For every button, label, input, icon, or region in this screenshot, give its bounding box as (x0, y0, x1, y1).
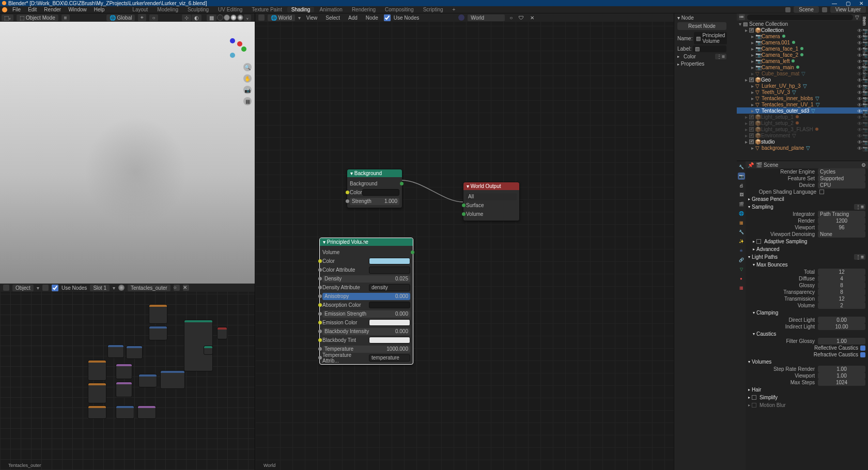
preset-menu-icon[interactable]: ⋮≡ (854, 204, 865, 210)
material-ball-icon[interactable] (118, 285, 125, 291)
shading-matprev-icon[interactable] (230, 14, 237, 21)
camera-icon[interactable]: 📷 (862, 127, 866, 131)
camera-icon[interactable]: 📷 (862, 28, 866, 32)
workspace-tab-shading[interactable]: Shading (287, 7, 315, 12)
outliner-item[interactable]: ▸✓📦Collection👁📷 (737, 27, 868, 33)
eye-icon[interactable]: 👁 (857, 139, 861, 144)
osl-checkbox[interactable] (819, 190, 824, 194)
eye-icon[interactable]: 👁 (857, 133, 861, 137)
options-icon[interactable]: ⚙ (861, 162, 866, 168)
input-socket[interactable] (318, 259, 322, 263)
window-minimize-button[interactable]: — (830, 1, 839, 6)
3d-viewport[interactable]: ⬚ᵥ ⬚ Object Mode ≡ 🌐 Global ⌖ ○ ⊹ ◐ ▦ (0, 13, 255, 284)
node-background[interactable]: ▾ Background Background Color Strength1.… (347, 169, 402, 208)
eye-icon[interactable]: 👁 (857, 34, 861, 38)
eye-icon[interactable]: 👁 (857, 121, 861, 125)
section-volumes[interactable]: Volumes (752, 359, 771, 365)
material-node-editor[interactable]: Object ▾ Use Nodes Slot 1 ▾ Tentacles_ou… (0, 284, 255, 470)
scene-selector[interactable]: Scene (794, 6, 818, 13)
ptab-material[interactable]: ● (738, 275, 745, 282)
color-swatch[interactable] (369, 258, 410, 264)
bounce-field[interactable]: 12 (818, 269, 865, 275)
menu-file[interactable]: File (9, 7, 24, 12)
number-field[interactable]: Blackbody Intensity0.000 (322, 328, 410, 335)
section-adaptive[interactable]: Adaptive Sampling (764, 239, 807, 244)
camera-icon[interactable]: 📷 (862, 108, 866, 113)
pivot-dropdown[interactable]: ≡ (61, 14, 70, 21)
new-material-button[interactable]: ○ (174, 285, 180, 291)
section-sampling[interactable]: Sampling (752, 204, 773, 210)
section-simplify[interactable]: Simplify (760, 395, 778, 400)
camera-icon[interactable]: 📷 (862, 146, 866, 150)
zoom-icon[interactable]: 🔍 (243, 63, 252, 71)
axis-x-icon[interactable] (237, 41, 242, 46)
menu-view[interactable]: View (304, 15, 320, 21)
viewport-denoising-dropdown[interactable]: None (818, 231, 865, 238)
bounce-field[interactable]: 8 (818, 282, 865, 289)
input-socket[interactable] (318, 312, 322, 316)
proportional-icon[interactable]: ○ (149, 14, 158, 21)
world-shader-editor[interactable]: 🌐 World ▾ View Select Add Node Use Nodes… (255, 13, 674, 470)
filter-glossy-field[interactable]: 1.00 (818, 338, 865, 344)
shader-type-selector[interactable]: 🌐 World (268, 14, 295, 21)
camera-icon[interactable]: 📷 (862, 40, 866, 44)
menu-help[interactable]: Help (91, 7, 108, 12)
use-nodes-checkbox[interactable] (52, 285, 58, 291)
outliner-item[interactable]: ▸📷Camera.001👁📷 (737, 39, 868, 45)
shader-type-selector[interactable]: Object (12, 285, 34, 291)
outliner-item[interactable]: ▸✓📦Light_setup_2👁📷 (737, 120, 868, 126)
world-datablock-icon[interactable] (458, 14, 464, 21)
camera-icon[interactable]: 📷 (243, 86, 252, 94)
render-engine-dropdown[interactable]: Cycles (818, 168, 865, 175)
fake-user-button[interactable]: 🛡 (517, 15, 525, 21)
pin-icon[interactable]: 📌 (748, 162, 754, 168)
new-world-button[interactable]: ○ (508, 15, 514, 21)
eye-icon[interactable]: 👁 (857, 65, 861, 69)
eye-icon[interactable]: 👁 (857, 146, 861, 150)
menu-render[interactable]: Render (41, 7, 64, 12)
outliner[interactable]: ≔ ▽ ▢ ▾▤ Scene Collection ▸✓📦Collection👁… (737, 13, 868, 161)
visibility-checkbox[interactable]: ✓ (749, 121, 754, 126)
node-name-input[interactable]: ▧Principled Volume (694, 32, 727, 44)
camera-icon[interactable]: 📷 (862, 133, 866, 137)
ptab-tool[interactable]: 🔧 (738, 163, 745, 170)
number-field[interactable]: Anisotropy0.000 (322, 293, 410, 300)
snap-icon[interactable]: ⌖ (138, 14, 146, 21)
workspace-tab-layout[interactable]: Layout (128, 7, 152, 12)
outliner-item[interactable]: ▸▽Lurker_UV_hp_3▽👁📷 (737, 83, 868, 89)
visibility-checkbox[interactable]: ✓ (749, 115, 754, 119)
editor-type-icon[interactable]: ≔ (739, 14, 745, 20)
section-grease-pencil[interactable]: Grease Pencil (752, 196, 784, 202)
outliner-search[interactable] (747, 14, 853, 20)
text-field[interactable]: temperature (369, 354, 410, 362)
ptab-object[interactable]: ▦ (738, 219, 745, 226)
shading-wireframe-icon[interactable] (217, 14, 223, 21)
ptab-viewlayer[interactable]: 🖼 (738, 191, 745, 198)
section-light-paths[interactable]: Light Paths (752, 254, 778, 260)
node-world-output[interactable]: ▾ World Output All Surface Volume (463, 182, 520, 221)
node-label-input[interactable]: ▧ (693, 45, 726, 52)
orientation-selector[interactable]: 🌐 Global (106, 14, 135, 21)
camera-icon[interactable]: 📷 (862, 102, 866, 106)
input-socket[interactable] (346, 191, 349, 194)
node-header[interactable]: ▾ Principled Volume↖ (320, 238, 413, 246)
color-swatch[interactable] (369, 337, 410, 343)
eye-icon[interactable]: 👁 (857, 90, 861, 94)
ptab-data[interactable]: ▽ (738, 265, 745, 273)
ptab-world[interactable]: 🌐 (738, 210, 745, 217)
eye-icon[interactable]: 👁 (857, 71, 861, 75)
input-socket[interactable] (318, 356, 322, 359)
input-socket[interactable] (318, 294, 322, 298)
clamp-field[interactable]: 10.00 (818, 323, 865, 330)
shading-dropdown-icon[interactable]: ᵥ (244, 14, 251, 21)
ptab-constraint[interactable]: 🔗 (738, 256, 745, 263)
menu-window[interactable]: Window (65, 7, 90, 12)
eye-icon[interactable]: 👁 (857, 53, 861, 57)
eye-icon[interactable]: 👁 (857, 40, 861, 44)
editor-type-icon[interactable] (3, 285, 9, 291)
unlink-world-button[interactable]: ✕ (529, 15, 536, 21)
render-samples-field[interactable]: 1200 (818, 217, 865, 224)
text-field[interactable]: density (369, 284, 410, 291)
visibility-checkbox[interactable]: ✓ (749, 127, 754, 132)
preset-menu-icon[interactable]: ⋮≡ (854, 254, 865, 260)
